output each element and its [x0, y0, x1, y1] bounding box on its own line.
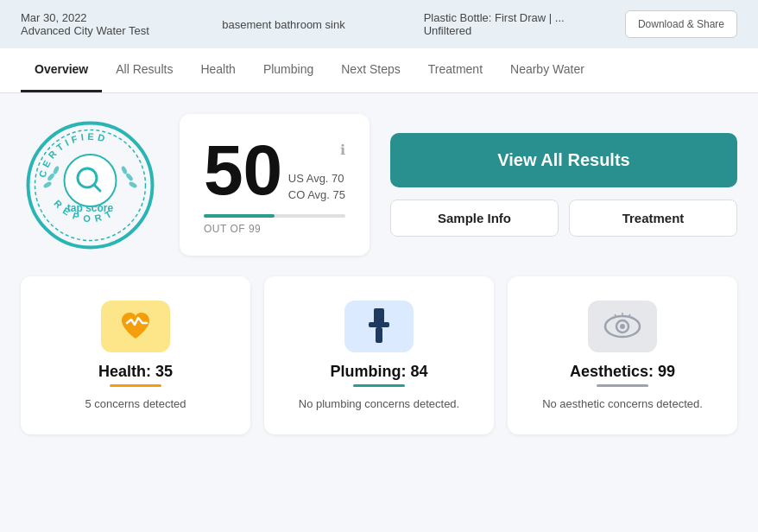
nav-item-all-results[interactable]: All Results: [102, 48, 186, 92]
health-title: Health: 35: [98, 363, 173, 381]
header-sample: Plastic Bottle: First Draw | ... Unfilte…: [424, 11, 625, 37]
nav-item-nearby-water[interactable]: Nearby Water: [496, 48, 598, 92]
plumbing-icon-wrap: [344, 301, 414, 352]
nav-item-health[interactable]: Health: [186, 48, 249, 92]
score-averages: US Avg. 70 CO Avg. 75: [288, 160, 345, 201]
certified-badge: CERTIFIED REPORT: [21, 116, 159, 254]
health-icon: [118, 311, 153, 342]
svg-rect-14: [374, 308, 384, 324]
view-all-results-button[interactable]: View All Results: [390, 133, 737, 187]
score-card: 50 ℹ US Avg. 70 CO Avg. 75 OUT OF 99: [180, 114, 370, 256]
score-out-of: OUT OF 99: [204, 223, 261, 235]
action-buttons-row: Sample Info Treatment: [390, 200, 737, 237]
nav-item-next-steps[interactable]: Next Steps: [327, 48, 414, 92]
header-location: basement bathroom sink: [222, 18, 423, 31]
header-title: Advanced City Water Test: [21, 24, 222, 37]
header-date: Mar 30, 2022: [21, 11, 222, 24]
score-number: 50: [204, 135, 282, 206]
treatment-button[interactable]: Treatment: [569, 200, 737, 237]
co-avg: CO Avg. 75: [288, 188, 345, 201]
header-sample-text: Plastic Bottle: First Draw | ...: [424, 11, 625, 24]
plumbing-title: Plumbing: 84: [330, 363, 427, 381]
sample-info-button[interactable]: Sample Info: [390, 200, 559, 237]
nav-item-overview[interactable]: Overview: [21, 48, 102, 92]
svg-point-9: [120, 165, 128, 174]
us-avg: US Avg. 70: [288, 172, 345, 185]
aesthetics-card: Aesthetics: 99 No aesthetic concerns det…: [508, 276, 737, 434]
plumbing-underline: [353, 384, 405, 387]
svg-rect-15: [369, 322, 389, 327]
header-sample-text2: Unfiltered: [424, 24, 625, 37]
svg-point-10: [64, 155, 116, 206]
score-top: 50 ℹ US Avg. 70 CO Avg. 75: [204, 135, 345, 206]
download-share-button[interactable]: Download & Share: [625, 10, 737, 38]
health-desc: 5 concerns detected: [85, 397, 186, 410]
plumbing-desc: No plumbing concerns detected.: [299, 397, 459, 410]
header: Mar 30, 2022 Advanced City Water Test ba…: [0, 0, 758, 48]
health-card: Health: 35 5 concerns detected: [21, 276, 250, 434]
svg-text:tap score: tap score: [66, 202, 113, 214]
score-bar-fill: [204, 214, 275, 218]
aesthetics-icon-wrap: [588, 301, 657, 352]
action-section: View All Results Sample Info Treatment: [390, 133, 737, 237]
main-nav: Overview All Results Health Plumbing Nex…: [0, 48, 758, 93]
svg-point-6: [52, 165, 60, 174]
nav-item-treatment[interactable]: Treatment: [414, 48, 496, 92]
header-location-text: basement bathroom sink: [222, 18, 423, 31]
aesthetics-desc: No aesthetic concerns detected.: [542, 397, 703, 410]
aesthetics-icon: [603, 312, 642, 341]
svg-point-19: [620, 324, 625, 329]
health-underline: [110, 384, 161, 387]
aesthetics-title: Aesthetics: 99: [570, 363, 675, 381]
header-info: Mar 30, 2022 Advanced City Water Test: [21, 11, 222, 37]
plumbing-icon: [363, 307, 395, 346]
score-section: CERTIFIED REPORT: [21, 114, 737, 256]
summary-cards: Health: 35 5 concerns detected Plumbing:…: [21, 276, 737, 434]
info-icon[interactable]: ℹ: [340, 142, 345, 158]
health-icon-wrap: [101, 301, 170, 352]
score-bar: [204, 214, 345, 218]
svg-point-4: [42, 180, 52, 188]
svg-rect-16: [376, 327, 382, 343]
aesthetics-underline: [597, 384, 648, 387]
main-content: CERTIFIED REPORT: [0, 93, 758, 455]
plumbing-card: Plumbing: 84 No plumbing concerns detect…: [264, 276, 494, 434]
nav-item-plumbing[interactable]: Plumbing: [250, 48, 327, 92]
svg-point-7: [128, 180, 137, 188]
